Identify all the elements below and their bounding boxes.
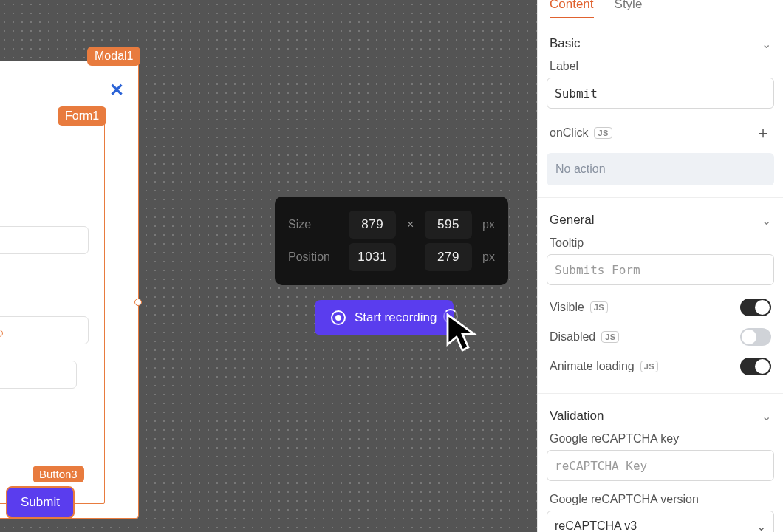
label-caption: Label bbox=[547, 58, 774, 78]
form-container[interactable] bbox=[0, 120, 105, 504]
chevron-down-icon[interactable]: ⌄ bbox=[762, 409, 771, 423]
recaptcha-version-value: reCAPTCHA v3 bbox=[555, 519, 637, 532]
position-y-input[interactable]: 279 bbox=[425, 243, 472, 271]
section-basic: Basic ⌄ Label onClick JS ＋ No action bbox=[547, 21, 774, 185]
onclick-caption: onClick bbox=[550, 126, 588, 140]
size-label: Size bbox=[288, 218, 341, 231]
properties-panel: Content Style Basic ⌄ Label onClick JS ＋… bbox=[537, 0, 783, 532]
chevron-down-icon: ⌄ bbox=[756, 519, 766, 533]
recaptcha-version-caption: Google reCAPTCHA version bbox=[547, 491, 774, 511]
tab-style[interactable]: Style bbox=[615, 0, 643, 18]
resize-handle-icon[interactable] bbox=[134, 299, 142, 306]
button-tag[interactable]: Button3 bbox=[33, 466, 84, 482]
label-input[interactable] bbox=[547, 78, 774, 109]
section-general: General ⌄ Tooltip Visible JS Disabled JS… bbox=[547, 198, 774, 381]
submit-button[interactable]: Submit bbox=[6, 486, 75, 519]
section-title-basic: Basic bbox=[550, 36, 581, 51]
add-action-button[interactable]: ＋ bbox=[755, 122, 771, 144]
size-width-input[interactable]: 879 bbox=[349, 211, 396, 239]
editor-canvas[interactable]: Modal1 ✕ Form1 Button3 Submit Size 879 ×… bbox=[0, 0, 537, 532]
tooltip-input[interactable] bbox=[547, 254, 774, 285]
chevron-down-icon[interactable]: ⌄ bbox=[762, 214, 771, 228]
position-x-input[interactable]: 1031 bbox=[349, 243, 396, 271]
form-field[interactable] bbox=[0, 226, 89, 254]
disabled-caption: Disabled bbox=[550, 330, 595, 344]
recaptcha-version-select[interactable]: reCAPTCHA v3 ⌄ bbox=[547, 511, 774, 532]
position-label: Position bbox=[288, 250, 341, 264]
visible-toggle[interactable] bbox=[740, 299, 771, 316]
js-badge-icon: JS bbox=[640, 361, 658, 372]
close-icon[interactable]: ✕ bbox=[109, 80, 124, 100]
start-recording-label: Start recording bbox=[355, 310, 437, 325]
js-badge-icon: JS bbox=[594, 127, 612, 139]
section-validation: Validation ⌄ Google reCAPTCHA key Google… bbox=[547, 394, 774, 532]
dimensions-panel: Size 879 × 595 px Position 1031 279 px bbox=[275, 197, 508, 285]
unit-label: px bbox=[482, 218, 495, 231]
onclick-empty-state[interactable]: No action bbox=[547, 153, 774, 185]
tab-content[interactable]: Content bbox=[550, 0, 594, 18]
form-field[interactable] bbox=[0, 316, 89, 344]
js-badge-icon: JS bbox=[601, 331, 619, 343]
recaptcha-key-input[interactable] bbox=[547, 450, 774, 481]
size-height-input[interactable]: 595 bbox=[425, 211, 472, 239]
section-title-general: General bbox=[550, 213, 594, 228]
animate-loading-caption: Animate loading bbox=[550, 360, 635, 373]
tooltip-caption: Tooltip bbox=[547, 235, 774, 254]
modal-tag[interactable]: Modal1 bbox=[87, 47, 140, 66]
unit-label: px bbox=[482, 250, 495, 264]
form-tag[interactable]: Form1 bbox=[58, 106, 106, 126]
record-icon bbox=[331, 310, 346, 325]
visible-caption: Visible bbox=[550, 301, 584, 314]
size-separator: × bbox=[403, 218, 417, 231]
chevron-down-icon[interactable]: ⌄ bbox=[762, 37, 771, 51]
form-field[interactable] bbox=[0, 361, 77, 389]
animate-loading-toggle[interactable] bbox=[740, 358, 771, 375]
start-recording-button[interactable]: Start recording bbox=[315, 300, 454, 335]
panel-tabs: Content Style bbox=[547, 0, 774, 21]
js-badge-icon: JS bbox=[590, 301, 608, 313]
recaptcha-key-caption: Google reCAPTCHA key bbox=[547, 431, 774, 450]
cursor-icon bbox=[445, 312, 480, 353]
disabled-toggle[interactable] bbox=[740, 328, 771, 346]
section-title-validation: Validation bbox=[550, 409, 604, 423]
